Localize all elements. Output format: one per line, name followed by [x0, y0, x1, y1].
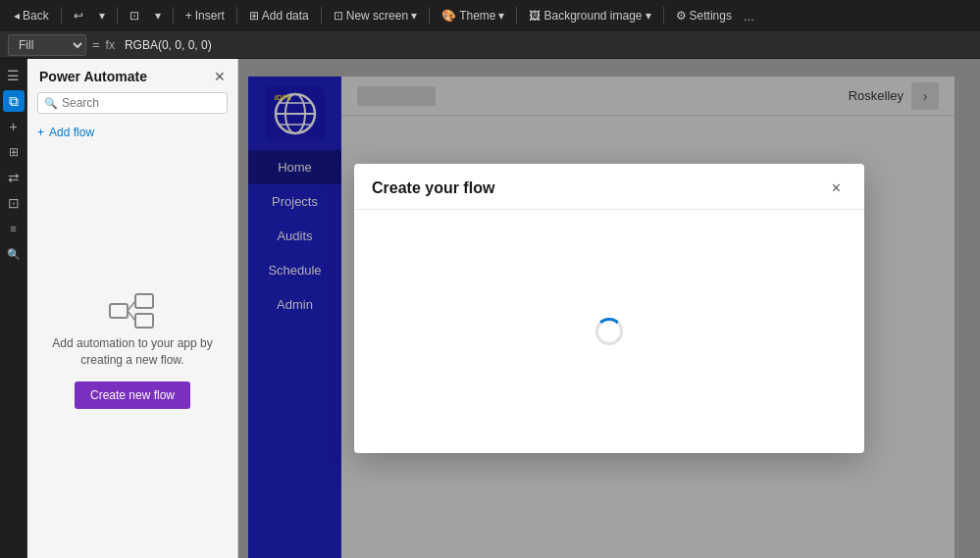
layers-icon[interactable]: ⧉	[3, 90, 25, 112]
toolbar-divider-1	[61, 7, 62, 25]
equals-symbol: =	[92, 37, 100, 52]
svg-rect-1	[135, 294, 153, 308]
add-screen-icon[interactable]: +	[3, 116, 25, 137]
svg-rect-2	[135, 314, 153, 328]
toolbar-divider-3	[173, 7, 174, 25]
toolbar-divider-4	[236, 7, 237, 25]
back-arrow-icon: ◂	[14, 9, 20, 23]
create-flow-modal: Create your flow ×	[354, 164, 864, 453]
svg-line-3	[128, 301, 135, 311]
new-screen-label: New screen	[346, 9, 408, 23]
theme-dropdown-icon: ▾	[498, 9, 504, 23]
toolbar: ◂ Back ↩ ▾ ⊡ ▾ + Insert ⊞ Add data ⊡ New…	[0, 0, 980, 31]
more-button[interactable]: ...	[744, 9, 754, 24]
new-screen-dropdown-icon: ▾	[411, 9, 417, 23]
main-area: ☰ ⧉ + ⊞ ⇄ ⊡ ≡ 🔍 Power Automate ✕ 🔍 + Add…	[0, 59, 980, 558]
modal-body	[354, 210, 864, 453]
insert-icon: +	[185, 9, 192, 23]
panel-description: Add automation to your app by creating a…	[47, 335, 218, 369]
panel-search-input[interactable]	[62, 96, 221, 110]
undo-button[interactable]: ↩	[68, 7, 89, 25]
toolbar-divider-6	[429, 7, 430, 25]
left-sidebar: ☰ ⧉ + ⊞ ⇄ ⊡ ≡ 🔍	[0, 59, 27, 558]
bg-image-icon: 🖼	[529, 9, 541, 23]
modal-header: Create your flow ×	[354, 164, 864, 210]
svg-line-4	[128, 311, 135, 321]
background-image-button[interactable]: 🖼 Background image ▾	[523, 7, 656, 25]
undo-dropdown-button[interactable]: ▾	[93, 7, 111, 25]
svg-rect-0	[110, 304, 128, 318]
flow-illustration	[108, 292, 157, 335]
back-label: Back	[23, 9, 49, 23]
panel-header: Power Automate ✕	[27, 59, 237, 92]
back-button[interactable]: ◂ Back	[8, 7, 55, 25]
add-flow-label: Add flow	[49, 126, 94, 139]
new-screen-icon: ⊡	[334, 9, 343, 23]
modal-overlay: Create your flow ×	[238, 59, 980, 558]
property-dropdown[interactable]: Fill	[8, 34, 86, 56]
settings-label: Settings	[690, 9, 732, 23]
fx-symbol: fx	[106, 38, 115, 52]
settings-button[interactable]: ⚙ Settings	[670, 7, 738, 25]
add-flow-button[interactable]: + Add flow	[27, 122, 237, 143]
add-data-label: Add data	[262, 9, 309, 23]
panel-search-box[interactable]: 🔍	[37, 92, 228, 114]
modal-close-button[interactable]: ×	[826, 178, 847, 199]
formula-bar: Fill = fx RGBA(0, 0, 0, 0)	[0, 31, 980, 59]
panel-content: Add automation to your app by creating a…	[27, 143, 237, 558]
theme-button[interactable]: 🎨 Theme ▾	[436, 7, 510, 25]
power-automate-panel: Power Automate ✕ 🔍 + Add flow Add automa…	[27, 59, 238, 558]
add-data-button[interactable]: ⊞ Add data	[243, 7, 315, 25]
panel-search-icon: 🔍	[44, 97, 58, 110]
new-screen-button[interactable]: ⊡ New screen ▾	[328, 7, 423, 25]
save-button[interactable]: ⊡	[124, 7, 145, 25]
theme-label: Theme	[459, 9, 495, 23]
connection-icon[interactable]: ⊡	[3, 192, 25, 214]
modal-title: Create your flow	[372, 179, 494, 197]
loading-spinner	[595, 318, 623, 345]
toolbar-divider-2	[117, 7, 118, 25]
search-sidebar-icon[interactable]: 🔍	[3, 243, 25, 265]
toolbar-divider-7	[516, 7, 517, 25]
hamburger-menu-icon[interactable]: ☰	[3, 65, 25, 86]
bg-dropdown-icon: ▾	[645, 9, 651, 23]
add-flow-plus-icon: +	[37, 126, 44, 139]
insert-button[interactable]: + Insert	[180, 7, 231, 25]
insert-label: Insert	[195, 9, 225, 23]
panel-close-button[interactable]: ✕	[214, 69, 226, 84]
panel-title: Power Automate	[39, 69, 147, 84]
save-dropdown-button[interactable]: ▾	[149, 7, 167, 25]
theme-icon: 🎨	[441, 9, 456, 23]
background-image-label: Background image	[543, 9, 642, 23]
create-new-flow-button[interactable]: Create new flow	[75, 381, 190, 409]
data-icon[interactable]: ⊞	[3, 141, 25, 163]
formula-value: RGBA(0, 0, 0, 0)	[125, 38, 212, 52]
toolbar-divider-5	[321, 7, 322, 25]
add-data-icon: ⊞	[249, 9, 259, 23]
canvas-area: IDFL Home Projects Audits Schedule Admin	[238, 59, 980, 558]
toolbar-divider-8	[663, 7, 664, 25]
flow-icon[interactable]: ⇄	[3, 167, 25, 188]
settings-icon: ⚙	[676, 9, 687, 23]
variables-icon[interactable]: ≡	[3, 218, 25, 239]
